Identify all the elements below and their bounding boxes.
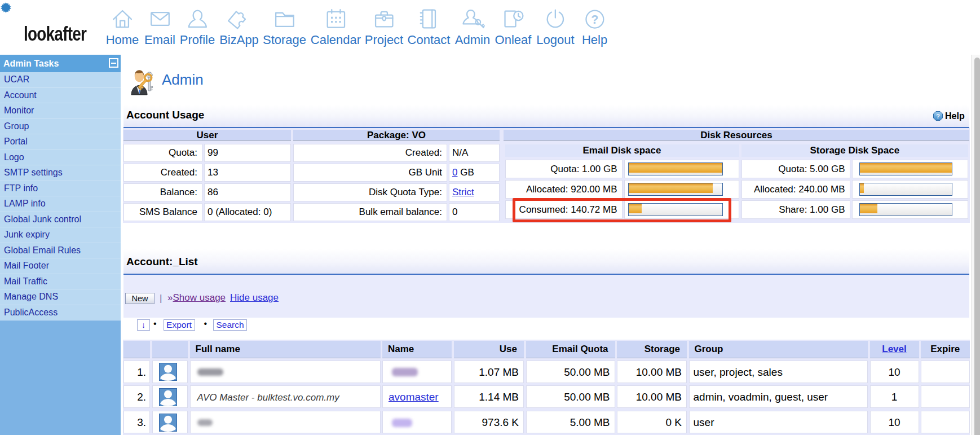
svg-text:?: ? [591,13,598,27]
svg-text:?: ? [936,113,940,120]
